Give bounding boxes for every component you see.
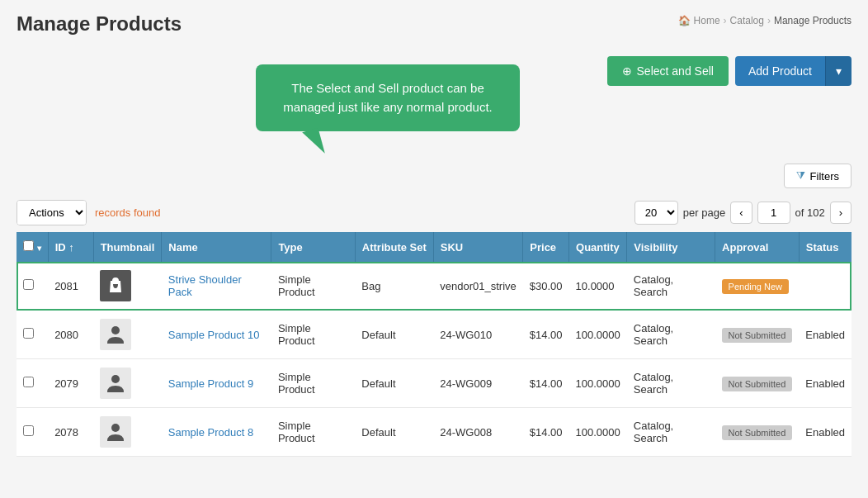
- breadcrumb-current: Manage Products: [774, 15, 851, 26]
- row-thumbnail: [93, 359, 162, 408]
- per-page-select[interactable]: 20: [634, 201, 678, 225]
- breadcrumb-sep1: ›: [724, 15, 727, 26]
- th-quantity: Quantity: [569, 232, 627, 262]
- actions-dropdown-wrap: Actions: [17, 200, 87, 225]
- tooltip-bubble: The Select and Sell product can be manag…: [256, 64, 520, 131]
- breadcrumb: 🏠 Home › Catalog › Manage Products: [678, 15, 851, 26]
- add-product-button-group: Add Product ▾: [735, 56, 851, 86]
- th-id[interactable]: ID ↑: [48, 232, 93, 262]
- products-table: ▾ ID ↑ Thumbnail Name Type Attribute Set…: [17, 232, 851, 457]
- row-price: $30.00: [523, 262, 569, 311]
- row-attribute-set: Bag: [355, 262, 433, 311]
- add-product-dropdown-button[interactable]: ▾: [825, 56, 851, 86]
- next-page-button[interactable]: ›: [830, 202, 851, 224]
- th-sku: SKU: [433, 232, 523, 262]
- th-checkbox: ▾: [17, 232, 48, 262]
- row-approval: Not Submitted: [715, 311, 800, 359]
- row-checkbox-cell: [17, 408, 48, 457]
- th-attribute-set: Attribute Set: [355, 232, 433, 262]
- th-price: Price: [523, 232, 569, 262]
- row-checkbox-cell: [17, 359, 48, 408]
- row-attribute-set: Default: [355, 311, 433, 359]
- row-type: Simple Product: [271, 408, 355, 457]
- th-visibility: Visibility: [627, 232, 715, 262]
- row-price: $14.00: [523, 359, 569, 408]
- filters-label: Filters: [810, 170, 839, 183]
- top-buttons: ⊕ Select and Sell Add Product ▾: [607, 56, 851, 86]
- svg-point-2: [111, 424, 120, 432]
- select-all-checkbox[interactable]: [23, 240, 34, 251]
- breadcrumb-home[interactable]: Home: [694, 15, 720, 26]
- approval-badge: Not Submitted: [722, 425, 793, 440]
- breadcrumb-catalog[interactable]: Catalog: [730, 15, 764, 26]
- row-thumbnail: [93, 311, 162, 359]
- filter-icon: ⧩: [796, 169, 805, 183]
- select-and-sell-button[interactable]: ⊕ Select and Sell: [607, 56, 729, 86]
- page-input[interactable]: [757, 202, 790, 224]
- actions-select[interactable]: Actions: [17, 201, 86, 225]
- row-quantity: 100.0000: [569, 408, 627, 457]
- plus-icon: ⊕: [622, 64, 632, 78]
- row-checkbox[interactable]: [23, 425, 34, 436]
- row-quantity: 10.0000: [569, 262, 627, 311]
- row-sku: vendor01_strive: [433, 262, 523, 311]
- row-visibility: Catalog, Search: [627, 262, 715, 311]
- row-visibility: Catalog, Search: [627, 359, 715, 408]
- row-thumbnail: [93, 408, 162, 457]
- row-type: Simple Product: [271, 262, 355, 311]
- thumbnail-bag-icon: [100, 270, 131, 301]
- row-checkbox-cell: [17, 311, 48, 359]
- row-quantity: 100.0000: [569, 311, 627, 359]
- th-checkbox-arrow[interactable]: ▾: [37, 244, 41, 253]
- row-name: Sample Product 10: [162, 311, 271, 359]
- row-name: Strive Shoulder Pack: [162, 262, 271, 311]
- tooltip-text: The Select and Sell product can be manag…: [283, 81, 492, 114]
- row-thumbnail: [93, 262, 162, 311]
- row-id: 2080: [48, 311, 93, 359]
- approval-badge: Not Submitted: [722, 377, 793, 391]
- row-id: 2079: [48, 359, 93, 408]
- add-product-button[interactable]: Add Product: [735, 56, 825, 86]
- svg-point-1: [111, 375, 120, 383]
- breadcrumb-sep2: ›: [767, 15, 771, 26]
- records-found: records found: [95, 206, 161, 219]
- row-checkbox[interactable]: [23, 279, 34, 290]
- table-row: 2081Strive Shoulder PackSimple ProductBa…: [17, 262, 851, 311]
- row-checkbox[interactable]: [23, 377, 34, 387]
- row-attribute-set: Default: [355, 359, 433, 408]
- products-table-container: ▾ ID ↑ Thumbnail Name Type Attribute Set…: [0, 232, 868, 473]
- home-icon: 🏠: [678, 15, 691, 26]
- filters-button[interactable]: ⧩ Filters: [784, 164, 851, 188]
- per-page-label: per page: [683, 206, 725, 219]
- row-name: Sample Product 8: [162, 408, 271, 457]
- row-name: Sample Product 9: [162, 359, 271, 408]
- row-type: Simple Product: [271, 359, 355, 408]
- row-checkbox[interactable]: [23, 328, 34, 339]
- prev-page-button[interactable]: ‹: [730, 202, 752, 224]
- row-status: [799, 262, 851, 311]
- th-status: Status: [799, 232, 851, 262]
- id-sort-icon: ↑: [68, 241, 74, 254]
- th-thumbnail: Thumbnail: [93, 232, 162, 262]
- row-price: $14.00: [523, 408, 569, 457]
- row-approval: Not Submitted: [715, 408, 800, 457]
- approval-badge: Pending New: [722, 279, 789, 294]
- row-status: Enabled: [799, 408, 851, 457]
- row-sku: 24-WG008: [433, 408, 523, 457]
- thumbnail-person-icon: [100, 319, 131, 350]
- table-row: 2078Sample Product 8Simple ProductDefaul…: [17, 408, 851, 457]
- thumbnail-person-icon: [100, 368, 131, 399]
- table-row: 2080Sample Product 10Simple ProductDefau…: [17, 311, 851, 359]
- row-sku: 24-WG010: [433, 311, 523, 359]
- add-product-dropdown-icon: ▾: [836, 64, 842, 78]
- table-row: 2079Sample Product 9Simple ProductDefaul…: [17, 359, 851, 408]
- th-name: Name: [162, 232, 271, 262]
- approval-badge: Not Submitted: [722, 328, 793, 343]
- table-header-row: ▾ ID ↑ Thumbnail Name Type Attribute Set…: [17, 232, 851, 262]
- row-id: 2078: [48, 408, 93, 457]
- row-visibility: Catalog, Search: [627, 311, 715, 359]
- th-type: Type: [271, 232, 355, 262]
- row-attribute-set: Default: [355, 408, 433, 457]
- row-status: Enabled: [799, 311, 851, 359]
- row-visibility: Catalog, Search: [627, 408, 715, 457]
